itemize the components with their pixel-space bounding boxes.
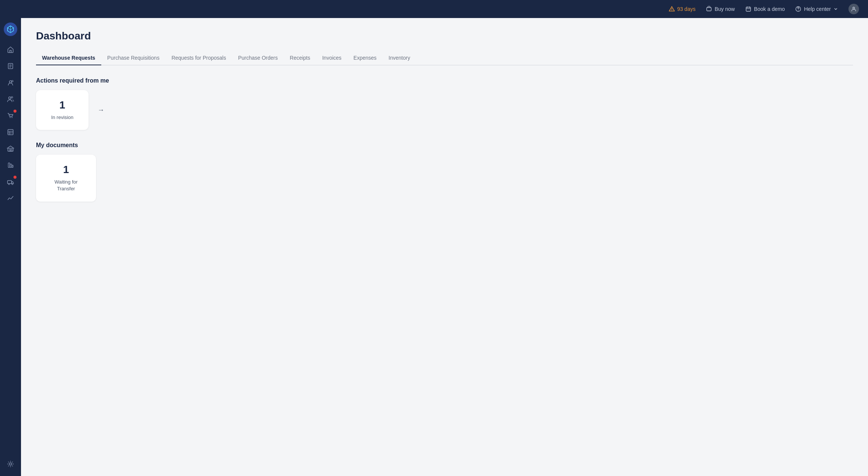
actions-arrow: → xyxy=(98,90,104,130)
svg-point-18 xyxy=(11,96,13,98)
in-revision-card[interactable]: 1 In revision xyxy=(36,90,89,130)
tab-receipts[interactable]: Receipts xyxy=(284,51,316,65)
svg-rect-3 xyxy=(746,7,751,11)
sidebar xyxy=(0,18,21,476)
sidebar-item-settings[interactable] xyxy=(3,456,18,471)
svg-point-33 xyxy=(12,184,13,185)
trial-warning[interactable]: 93 days xyxy=(669,6,695,12)
svg-point-1 xyxy=(671,10,672,11)
svg-point-16 xyxy=(12,80,13,82)
sidebar-item-reports[interactable] xyxy=(3,158,18,173)
waiting-transfer-count: 1 xyxy=(63,164,69,176)
tab-expenses[interactable]: Expenses xyxy=(347,51,382,65)
sidebar-item-home[interactable] xyxy=(3,42,18,57)
documents-section-title: My documents xyxy=(36,142,853,149)
tab-purchase-orders[interactable]: Purchase Orders xyxy=(232,51,284,65)
buy-now-button[interactable]: Buy now xyxy=(706,6,735,12)
svg-point-9 xyxy=(853,7,855,9)
in-revision-label: In revision xyxy=(51,114,73,121)
documents-cards-row: 1 Waiting for Transfer xyxy=(36,155,853,201)
sidebar-item-inventory-list[interactable] xyxy=(3,125,18,140)
tab-purchase-requisitions[interactable]: Purchase Requisitions xyxy=(101,51,165,65)
tab-warehouse-requests[interactable]: Warehouse Requests xyxy=(36,51,101,65)
main-content: Dashboard Warehouse Requests Purchase Re… xyxy=(21,18,868,476)
buy-icon xyxy=(706,6,712,12)
tab-requests-for-proposals[interactable]: Requests for Proposals xyxy=(165,51,232,65)
book-demo-button[interactable]: Book a demo xyxy=(745,6,785,12)
app-logo[interactable] xyxy=(4,23,17,36)
help-center-button[interactable]: Help center xyxy=(795,6,838,12)
warning-icon xyxy=(669,6,675,12)
sidebar-item-purchase[interactable] xyxy=(3,108,18,123)
sidebar-item-warehouse[interactable] xyxy=(3,141,18,156)
sidebar-item-analytics[interactable] xyxy=(3,191,18,206)
svg-point-34 xyxy=(9,463,12,465)
svg-rect-21 xyxy=(8,130,13,135)
svg-rect-31 xyxy=(8,181,12,184)
user-avatar[interactable] xyxy=(848,4,859,14)
user-icon xyxy=(851,6,857,12)
actions-section-title: Actions required from me xyxy=(36,77,853,84)
svg-point-17 xyxy=(9,97,11,99)
sidebar-item-delivery[interactable] xyxy=(3,174,18,189)
calendar-icon xyxy=(745,6,751,12)
actions-cards-row: 1 In revision → xyxy=(36,90,853,130)
in-revision-count: 1 xyxy=(59,99,65,111)
svg-point-32 xyxy=(9,184,10,185)
svg-point-19 xyxy=(10,117,11,118)
page-title: Dashboard xyxy=(36,30,853,42)
trial-days: 93 days xyxy=(677,6,695,12)
svg-point-20 xyxy=(12,117,12,118)
sidebar-item-orders[interactable] xyxy=(3,59,18,74)
tab-invoices[interactable]: Invoices xyxy=(316,51,347,65)
svg-rect-29 xyxy=(10,164,12,167)
help-icon xyxy=(795,6,801,12)
svg-rect-28 xyxy=(8,163,10,167)
svg-rect-30 xyxy=(12,165,13,167)
svg-rect-2 xyxy=(707,8,711,11)
dashboard-tabs: Warehouse Requests Purchase Requisitions… xyxy=(36,51,853,65)
svg-point-8 xyxy=(798,10,799,11)
sidebar-item-users[interactable] xyxy=(3,92,18,107)
delivery-badge xyxy=(14,176,17,179)
tab-inventory[interactable]: Inventory xyxy=(383,51,416,65)
waiting-transfer-label: Waiting for Transfer xyxy=(45,179,87,192)
chevron-down-icon xyxy=(833,7,838,11)
topbar: 93 days Buy now Book a demo Help center xyxy=(0,0,868,18)
svg-point-15 xyxy=(9,81,12,83)
sidebar-item-contacts[interactable] xyxy=(3,75,18,90)
waiting-transfer-card[interactable]: 1 Waiting for Transfer xyxy=(36,155,96,201)
purchase-badge xyxy=(14,110,17,113)
